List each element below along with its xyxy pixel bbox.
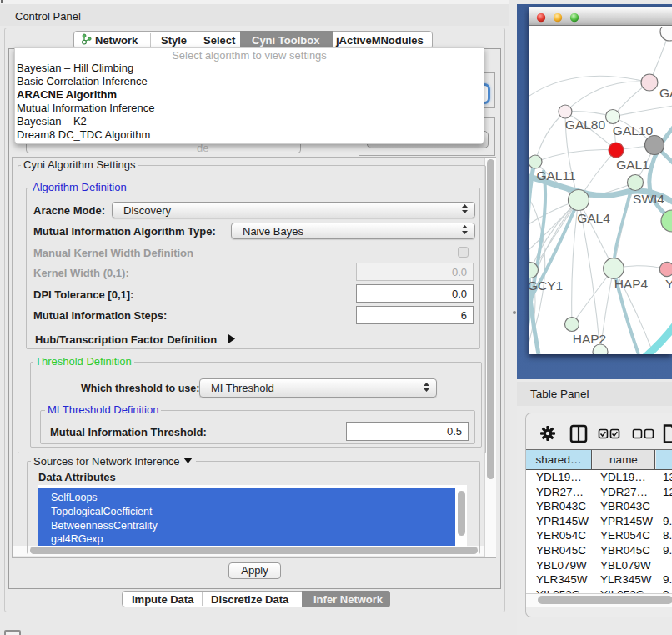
- svg-text:GAL1: GAL1: [616, 158, 649, 172]
- svg-text:GCY1: GCY1: [529, 278, 563, 292]
- svg-text:Y: Y: [665, 277, 672, 291]
- svg-text:SWI4: SWI4: [633, 192, 664, 206]
- svg-text:GAL11: GAL11: [536, 168, 575, 182]
- svg-text:GAL80: GAL80: [565, 118, 606, 132]
- svg-text:GAL4: GAL4: [577, 211, 610, 225]
- svg-text:HAP4: HAP4: [614, 277, 649, 291]
- svg-text:HAP2: HAP2: [573, 332, 607, 346]
- svg-text:GAL10: GAL10: [613, 123, 654, 138]
- svg-text:GAL7: GAL7: [659, 86, 672, 100]
